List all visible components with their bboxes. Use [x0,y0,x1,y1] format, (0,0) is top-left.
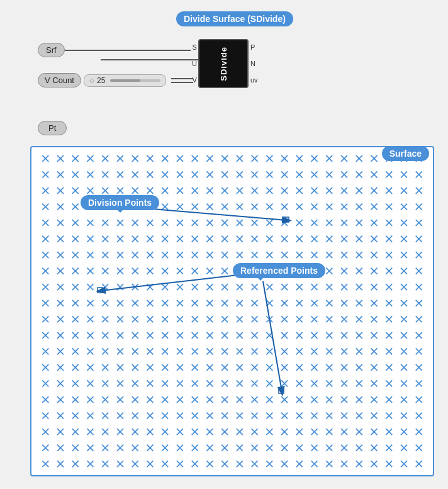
pt-node[interactable]: Pt [38,121,67,135]
sdivide-left-ports: S U V [192,39,197,88]
port-s: S [192,43,197,51]
title-tooltip: Divide Surface (SDivide) [176,11,293,26]
port-uv: uv [250,76,258,84]
pt-pill: Pt [38,121,67,135]
surface-label: Surface [382,146,429,161]
srf-node[interactable]: Srf [38,43,191,57]
vcount-slider[interactable]: ◇ 25 [84,74,166,87]
port-v: V [192,76,197,84]
sdivide-block: SDivide [198,39,249,88]
sdivide-right-ports: P N uv [250,39,258,88]
referenced-points-label: Referenced Points [233,263,325,278]
vcount-node[interactable]: V Count ◇ 25 [38,73,193,87]
port-u: U [192,60,197,67]
port-p: P [250,43,258,51]
division-points-label: Division Points [81,195,159,210]
vcount-pill: V Count [38,73,81,87]
sdivide-label: SDivide [219,47,228,81]
u-connector-line [101,59,198,60]
diamond-icon: ◇ [89,77,94,84]
srf-pill: Srf [38,43,65,57]
slider-value: 25 [97,76,105,85]
srf-connector-line [65,50,191,51]
port-n: N [250,60,258,67]
